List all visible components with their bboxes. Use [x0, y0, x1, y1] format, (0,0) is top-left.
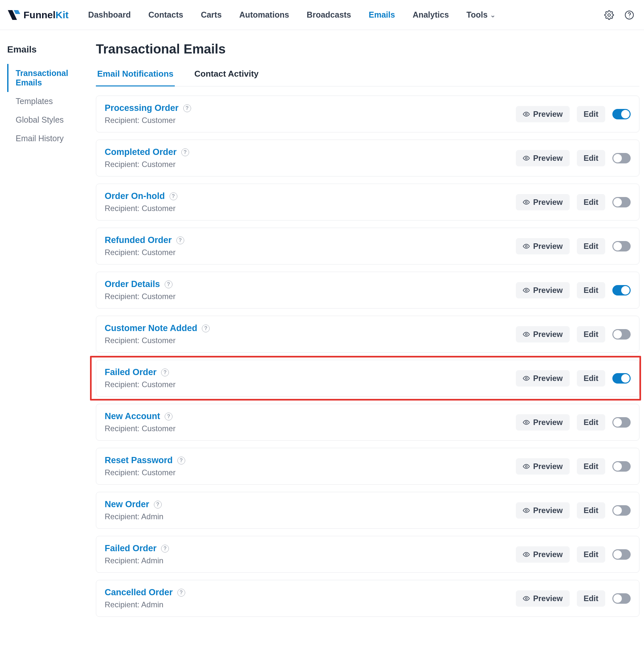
edit-button[interactable]: Edit: [577, 282, 605, 298]
toggle-knob: [613, 198, 622, 207]
nav-item-carts[interactable]: Carts: [201, 10, 222, 20]
help-icon[interactable]: ?: [202, 325, 210, 332]
enable-toggle[interactable]: [612, 153, 631, 163]
preview-button[interactable]: Preview: [516, 326, 570, 343]
toggle-knob: [613, 242, 622, 250]
help-icon[interactable]: ?: [165, 413, 172, 420]
brand-name-2: Kit: [55, 9, 68, 20]
svg-point-13: [525, 553, 527, 555]
help-icon[interactable]: [624, 9, 635, 21]
help-icon[interactable]: ?: [165, 280, 172, 288]
preview-button[interactable]: Preview: [516, 150, 570, 166]
email-title[interactable]: Failed Order?: [105, 367, 516, 377]
email-title[interactable]: Reset Password?: [105, 455, 516, 465]
svg-point-5: [525, 201, 527, 203]
email-row: Processing Order?Recipient: CustomerPrev…: [96, 96, 639, 132]
edit-button[interactable]: Edit: [577, 502, 605, 519]
help-icon[interactable]: ?: [183, 104, 191, 112]
tab-contact-activity[interactable]: Contact Activity: [193, 69, 260, 86]
preview-button[interactable]: Preview: [516, 458, 570, 474]
sidebar-title: Emails: [7, 44, 91, 55]
help-icon[interactable]: ?: [170, 192, 177, 200]
email-title[interactable]: New Order?: [105, 499, 516, 510]
help-icon[interactable]: ?: [161, 545, 169, 552]
email-title[interactable]: Completed Order?: [105, 147, 516, 157]
brand-name-1: Funnel: [24, 9, 55, 20]
enable-toggle[interactable]: [612, 417, 631, 428]
enable-toggle[interactable]: [612, 109, 631, 119]
sidebar-list: Transactional EmailsTemplatesGlobal Styl…: [7, 64, 91, 148]
settings-icon[interactable]: [604, 9, 615, 21]
email-recipient: Recipient: Admin: [105, 512, 516, 521]
enable-toggle[interactable]: [612, 241, 631, 251]
email-title[interactable]: New Account?: [105, 411, 516, 422]
chevron-down-icon: ⌄: [490, 11, 496, 19]
edit-button[interactable]: Edit: [577, 546, 605, 563]
svg-point-9: [525, 377, 527, 379]
email-row: Completed Order?Recipient: CustomerPrevi…: [96, 140, 639, 176]
nav-item-emails[interactable]: Emails: [369, 10, 395, 20]
nav-item-automations[interactable]: Automations: [239, 10, 289, 20]
edit-button[interactable]: Edit: [577, 106, 605, 122]
help-icon[interactable]: ?: [177, 589, 185, 597]
preview-button[interactable]: Preview: [516, 414, 570, 431]
sidebar-item-global-styles[interactable]: Global Styles: [7, 111, 91, 129]
top-icons: [604, 9, 635, 21]
email-title[interactable]: Customer Note Added?: [105, 323, 516, 333]
edit-button[interactable]: Edit: [577, 370, 605, 386]
help-icon[interactable]: ?: [161, 369, 169, 376]
email-title[interactable]: Processing Order?: [105, 103, 516, 113]
nav-item-broadcasts[interactable]: Broadcasts: [307, 10, 351, 20]
enable-toggle[interactable]: [612, 373, 631, 384]
svg-point-6: [525, 245, 527, 247]
preview-button[interactable]: Preview: [516, 590, 570, 607]
help-icon[interactable]: ?: [181, 148, 189, 156]
sidebar-item-email-history[interactable]: Email History: [7, 129, 91, 148]
enable-toggle[interactable]: [612, 505, 631, 516]
email-title[interactable]: Refunded Order?: [105, 235, 516, 245]
email-title[interactable]: Cancelled Order?: [105, 588, 516, 598]
edit-button[interactable]: Edit: [577, 458, 605, 474]
enable-toggle[interactable]: [612, 593, 631, 604]
brand-logo[interactable]: FunnelKit: [7, 9, 68, 21]
help-icon[interactable]: ?: [154, 501, 162, 509]
help-icon[interactable]: ?: [176, 237, 184, 244]
email-title[interactable]: Failed Order?: [105, 543, 516, 553]
preview-button[interactable]: Preview: [516, 502, 570, 519]
email-recipient: Recipient: Customer: [105, 292, 516, 301]
email-title[interactable]: Order Details?: [105, 279, 516, 289]
enable-toggle[interactable]: [612, 461, 631, 472]
preview-button[interactable]: Preview: [516, 282, 570, 298]
nav-item-dashboard[interactable]: Dashboard: [88, 10, 131, 20]
enable-toggle[interactable]: [612, 197, 631, 208]
edit-button[interactable]: Edit: [577, 414, 605, 431]
email-title[interactable]: Order On-hold?: [105, 191, 516, 201]
edit-button[interactable]: Edit: [577, 590, 605, 607]
nav-item-tools[interactable]: Tools⌄: [467, 10, 496, 20]
enable-toggle[interactable]: [612, 329, 631, 339]
brand-mark-icon: [7, 9, 21, 21]
edit-button[interactable]: Edit: [577, 194, 605, 210]
sidebar-item-transactional-emails[interactable]: Transactional Emails: [7, 64, 91, 92]
email-row: Order Details?Recipient: CustomerPreview…: [96, 272, 639, 308]
toggle-knob: [613, 418, 622, 427]
preview-button[interactable]: Preview: [516, 106, 570, 122]
preview-button[interactable]: Preview: [516, 370, 570, 386]
edit-button[interactable]: Edit: [577, 150, 605, 166]
edit-button[interactable]: Edit: [577, 326, 605, 343]
enable-toggle[interactable]: [612, 285, 631, 296]
help-icon[interactable]: ?: [177, 457, 185, 464]
eye-icon: [523, 507, 530, 514]
preview-button[interactable]: Preview: [516, 238, 570, 254]
eye-icon: [523, 331, 530, 338]
preview-button[interactable]: Preview: [516, 194, 570, 210]
preview-button[interactable]: Preview: [516, 546, 570, 563]
nav-item-analytics[interactable]: Analytics: [413, 10, 449, 20]
enable-toggle[interactable]: [612, 549, 631, 560]
sidebar-item-templates[interactable]: Templates: [7, 92, 91, 111]
edit-button[interactable]: Edit: [577, 238, 605, 254]
svg-point-3: [525, 113, 527, 115]
email-row: Reset Password?Recipient: CustomerPrevie…: [96, 448, 639, 485]
nav-item-contacts[interactable]: Contacts: [148, 10, 183, 20]
tab-email-notifications[interactable]: Email Notifications: [96, 69, 175, 86]
